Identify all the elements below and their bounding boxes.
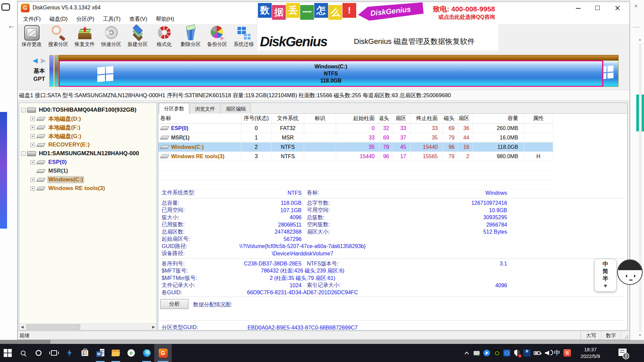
tray-volume[interactable] (543, 349, 551, 357)
column-header[interactable]: 终止柱面 (411, 114, 443, 123)
taskbar-start-button[interactable] (0, 344, 15, 362)
column-header[interactable]: 序号(状态) (241, 114, 272, 123)
column-header[interactable]: 起始柱面 (336, 114, 380, 123)
tree-item-6[interactable]: +ESP(0) (19, 158, 157, 167)
column-header[interactable]: 文件系统 (272, 114, 304, 123)
toolbar-quick-button[interactable]: 快速分区 (98, 24, 124, 52)
toolbar-search-button[interactable]: 搜索分区 (45, 24, 71, 52)
close-button[interactable] (607, 2, 627, 14)
tab-扇区编辑[interactable]: 扇区编辑 (221, 103, 251, 114)
next-disk-icon[interactable]: ▶ (41, 57, 46, 64)
windows-c-partition-segment[interactable]: Windows(C:) NTFS 118.0GB (59, 60, 603, 87)
ime-mode-1[interactable]: 简 (603, 268, 608, 275)
column-header[interactable]: 磁头 (443, 114, 458, 123)
tree-item-4[interactable]: +RECOVERY(E:) (19, 140, 157, 149)
expand-icon[interactable]: + (31, 178, 35, 182)
table-row[interactable]: MSR(1)1MSR33693735794416.0MB (158, 133, 553, 142)
toolbar-backup-button[interactable]: 备份分区 (204, 24, 230, 52)
taskbar-clock[interactable]: 18:37 2022/5/9 (574, 346, 607, 360)
tray-chevron[interactable] (463, 349, 470, 357)
msr-partition-segment[interactable] (54, 55, 59, 87)
toolbar-format-button[interactable]: 格式化 (151, 24, 177, 52)
taskbar-word-button[interactable]: W (93, 344, 108, 362)
column-header[interactable]: 卷标 (158, 114, 241, 123)
collapse-icon[interactable]: - (21, 152, 25, 156)
menu-item-0[interactable]: 文件(F) (19, 14, 45, 24)
taskbar-search-button[interactable] (15, 344, 31, 362)
tab-浏览文件[interactable]: 浏览文件 (190, 103, 220, 114)
table-row[interactable]: Windows RE tools(3)3NTFS1544096171556579… (158, 152, 553, 161)
taskbar-edge-button[interactable] (139, 344, 154, 362)
toolbar-recover-button[interactable]: 恢复文件 (71, 24, 98, 52)
tree-item-0[interactable]: -HD0:TOSHIBAMQ04ABF100(932GB) (19, 106, 157, 114)
tray-bird[interactable] (483, 349, 490, 357)
toolbar-label: 保存更改 (22, 41, 42, 48)
ime-mode-2[interactable]: 半 (603, 275, 608, 283)
table-row[interactable]: Windows(C:)2NTFS357945154409616118.0GB (158, 142, 553, 152)
taskbar-store-button[interactable] (77, 344, 93, 362)
menu-item-3[interactable]: 工具(T) (99, 14, 125, 24)
column-header[interactable]: 扇区 (392, 114, 411, 123)
column-header[interactable]: 磁头 (380, 114, 392, 123)
scroll-left-icon[interactable]: ◀ (21, 325, 23, 329)
tree-hscrollbar[interactable]: ◀▶ (19, 323, 157, 330)
heart-icon[interactable]: ♥ (604, 283, 607, 289)
tray-ime[interactable]: 中 (553, 349, 561, 357)
re-tools-partition-segment[interactable] (603, 60, 619, 87)
tray-shield[interactable]: × (513, 349, 521, 357)
toolbar-label: 快速分区 (101, 41, 121, 48)
expand-icon[interactable]: + (31, 160, 35, 165)
ad-banner[interactable]: 数据丢一怎么! DiskGenius 致电: 400-008-9958 或点击此… (257, 2, 498, 51)
resize-grip[interactable] (621, 331, 630, 340)
collapse-icon[interactable]: - (21, 108, 25, 112)
tray-intel[interactable] (503, 349, 511, 357)
tray-nvidia[interactable] (493, 349, 500, 357)
menu-item-4[interactable]: 查看(V) (125, 14, 151, 24)
tree-item-9[interactable]: +Windows RE tools(3) (19, 184, 157, 193)
taskbar-taskview-button[interactable] (46, 344, 62, 362)
tray-sogou[interactable]: S (564, 349, 571, 357)
taskbar-ie360-button[interactable]: e (123, 344, 139, 362)
scrollbar-thumb[interactable] (26, 324, 80, 329)
column-header[interactable]: 标识 (304, 114, 336, 123)
tree-item-5[interactable]: -HD1:SAMSUNGMZNLN128HAHQ-000 (19, 149, 157, 158)
toolbar-delete-button[interactable]: 删除分区 (177, 24, 204, 52)
expand-icon[interactable]: + (31, 186, 35, 191)
ime-mode-0[interactable]: 中 (603, 260, 608, 268)
ime-floating-panel[interactable]: 中简半♥ (594, 259, 616, 292)
tree-item-7[interactable]: MSR(1) (19, 167, 157, 175)
column-header[interactable]: 容量 (473, 114, 524, 123)
expand-icon[interactable]: + (31, 143, 35, 147)
tree-item-3[interactable]: +本地磁盘(G:) (19, 132, 157, 140)
expand-icon[interactable]: + (31, 134, 35, 138)
analyze-button[interactable]: 分析 (160, 299, 189, 309)
menu-item-2[interactable]: 分区(P) (72, 14, 99, 24)
taskbar-diskgenius-button[interactable]: G (154, 344, 172, 362)
tab-分区参数[interactable]: 分区参数 (159, 103, 189, 114)
expand-icon[interactable]: + (31, 117, 35, 121)
tree-item-2[interactable]: +本地磁盘(F:) (19, 123, 157, 132)
maximize-button[interactable] (588, 2, 607, 14)
ad-qq-link[interactable]: 或点击此处选择QQ咨询 (438, 14, 495, 21)
esp-partition-segment[interactable] (49, 55, 54, 87)
menu-item-1[interactable]: 磁盘(D) (45, 14, 72, 24)
tray-snowflake[interactable]: * (523, 349, 531, 357)
prev-disk-icon[interactable]: ◀ (33, 57, 38, 64)
expand-icon[interactable]: + (31, 125, 35, 130)
minimize-button[interactable] (569, 2, 588, 14)
tree-item-1[interactable]: +本地磁盘(D:) (19, 114, 157, 123)
column-header[interactable]: 属性 (524, 114, 553, 123)
toolbar-migrate-button[interactable]: 系统迁移 (230, 24, 257, 52)
toolbar-new-button[interactable]: 新建分区 (124, 24, 151, 52)
column-header[interactable]: 扇区 (458, 114, 473, 123)
table-row[interactable]: ESP(0)0FAT3203233336936260.0MB (158, 124, 553, 133)
scroll-right-icon[interactable]: ▶ (152, 325, 155, 329)
taskbar-thunder-button[interactable] (62, 344, 77, 362)
taskbar-explorer-button[interactable] (108, 344, 123, 362)
toolbar-save-button[interactable]: 保存更改 (18, 24, 45, 52)
tray-printer[interactable] (473, 349, 480, 357)
tray-battery[interactable] (533, 349, 541, 357)
tree-item-8[interactable]: +Windows(C:) (19, 175, 157, 184)
menu-item-5[interactable]: 帮助(H) (152, 14, 178, 24)
taskbar-cortana-button[interactable] (31, 344, 46, 362)
